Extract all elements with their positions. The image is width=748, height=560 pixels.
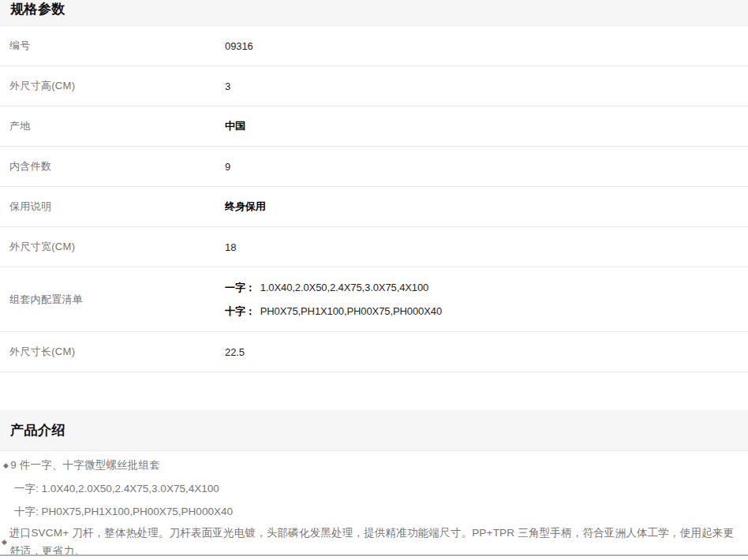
spec-row-label: 内含件数 [0,159,225,174]
intro-phillips-line: 十字: PH0X75,PH1X100,PH00X75,PH000X40 [0,505,748,518]
spec-row-height: 外尺寸高(CM) 3 [0,66,748,106]
spec-row-label: 外尺寸长(CM) [0,345,225,359]
spec-row-value: 3 [225,80,748,92]
spec-row-piece-count: 内含件数 9 [0,147,748,187]
spec-row-value: 9 [225,161,748,173]
spec-row-length: 外尺寸长(CM) 22.5 [0,332,748,372]
diamond-bullet-icon: ◆ [3,461,9,469]
spec-row-set-contents: 组套内配置清单 一字：1.0X40,2.0X50,2.4X75,3.0X75,4… [0,267,748,332]
product-detail-page: 规格参数 编号 09316 外尺寸高(CM) 3 产地 中国 内含件数 9 保用… [0,0,748,560]
spec-row-label: 组套内配置清单 [0,293,225,307]
intro-section-header: 产品介绍 [0,410,748,451]
spec-row-value: 一字：1.0X40,2.0X50,2.4X75,3.0X75,4X100 十字：… [225,276,748,323]
spec-row-label: 产地 [0,119,225,133]
spec-row-value: 中国 [225,119,748,133]
product-intro-body: ◆9 件一字、十字微型螺丝批组套 一字: 1.0X40,2.0X50,2.4X7… [0,451,748,560]
section-gap [0,372,748,410]
intro-headline-text: 9 件一字、十字微型螺丝批组套 [10,459,160,471]
spec-section-header: 规格参数 [0,0,748,26]
slotted-prefix: 一字： [225,282,256,293]
spec-section-title: 规格参数 [10,1,65,18]
intro-headline: ◆9 件一字、十字微型螺丝批组套 [0,458,748,472]
spec-row-label: 编号 [0,39,225,53]
spec-row-width: 外尺寸宽(CM) 18 [0,227,748,267]
spec-row-code: 编号 09316 [0,26,748,66]
intro-slotted-line: 一字: 1.0X40,2.0X50,2.4X75,3.0X75,4X100 [0,482,748,495]
spec-table: 编号 09316 外尺寸高(CM) 3 产地 中国 内含件数 9 保用说明 终身… [0,26,748,372]
spec-row-label: 保用说明 [0,200,225,214]
intro-section-title: 产品介绍 [10,422,65,439]
set-contents-phillips-line: 十字：PH0X75,PH1X100,PH00X75,PH000X40 [225,300,748,323]
spec-row-origin: 产地 中国 [0,106,748,147]
spec-row-value: 22.5 [225,346,748,358]
spec-row-value: 09316 [225,40,748,52]
bottom-divider [0,554,748,556]
phillips-sizes: PH0X75,PH1X100,PH00X75,PH000X40 [260,305,442,317]
phillips-prefix: 十字： [225,305,256,317]
spec-row-value: 18 [225,241,748,253]
spec-row-label: 外尺寸高(CM) [0,79,225,93]
spec-row-warranty: 保用说明 终身保用 [0,187,748,227]
slotted-sizes: 1.0X40,2.0X50,2.4X75,3.0X75,4X100 [260,282,429,293]
spec-row-value: 终身保用 [225,200,748,214]
spec-row-label: 外尺寸宽(CM) [0,240,225,254]
set-contents-slotted-line: 一字：1.0X40,2.0X50,2.4X75,3.0X75,4X100 [225,276,748,300]
diamond-bullet-icon: ◆ [2,538,7,546]
